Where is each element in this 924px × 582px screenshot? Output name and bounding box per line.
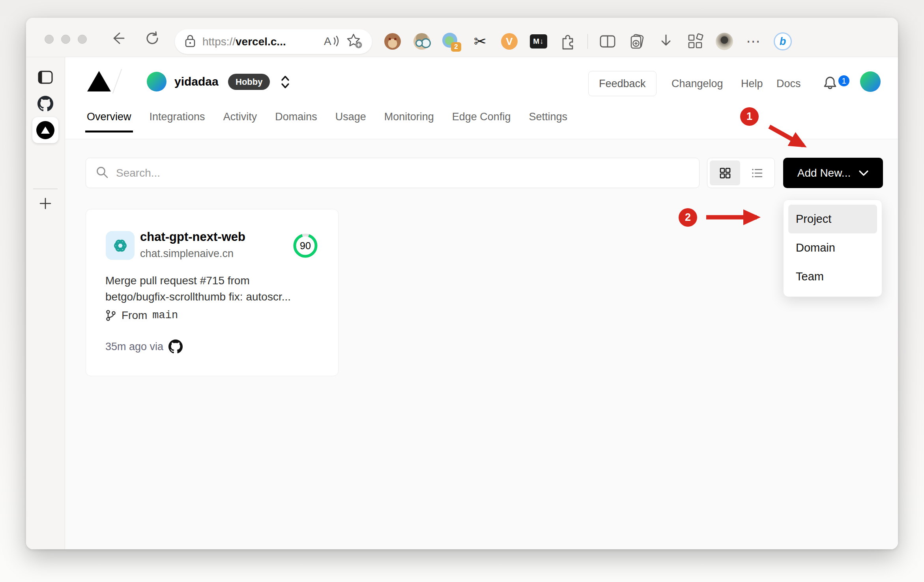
browser-sidebar [26,57,65,549]
notification-count-badge: 1 [837,74,851,88]
annotation-badge-1: 1 [740,107,759,126]
downloads-icon[interactable] [657,32,675,51]
team-switcher-icon[interactable] [279,74,292,92]
vercel-tabs: Overview Integrations Activity Domains U… [87,111,567,132]
persona-extension-icon[interactable] [412,32,431,51]
browser-window: https://vercel.c... A 2 ✂ V M↓ [26,18,898,549]
breadcrumb-slash [112,69,122,94]
vercel-favicon [36,121,54,139]
add-new-button[interactable]: Add New... [783,158,883,188]
branch-name: main [152,310,178,321]
chevron-down-icon [859,170,869,177]
commit-message: Merge pull request #715 from betgo/bugfi… [105,272,318,305]
vercel-header: yidadaa Hobby Feedback Changelog Help Do… [65,57,898,106]
add-new-dropdown: Project Domain Team [783,200,882,297]
svg-text:A: A [324,35,331,47]
close-window-button[interactable] [45,35,54,44]
address-bar[interactable]: https://vercel.c... A [175,29,372,54]
tab-overview[interactable]: Overview [87,111,131,132]
team-avatar[interactable] [147,72,166,91]
minimize-window-button[interactable] [61,35,70,44]
lock-icon [184,34,196,49]
branch-row: From main [105,309,178,322]
zoom-window-button[interactable] [78,35,87,44]
docs-link[interactable]: Docs [776,78,801,90]
plan-badge: Hobby [228,74,270,90]
dropdown-item-project[interactable]: Project [788,205,877,233]
vercel-page: yidadaa Hobby Feedback Changelog Help Do… [65,57,898,549]
tab-edge-config[interactable]: Edge Config [452,111,511,132]
branch-prefix: From [122,309,147,322]
search-input[interactable] [116,167,690,179]
tab-usage[interactable]: Usage [335,111,366,132]
add-new-label: Add New... [797,167,851,179]
project-name[interactable]: chat-gpt-next-web [140,230,245,244]
team-name: yidadaa [174,75,219,88]
copilot-icon[interactable]: b [773,32,792,51]
vercel-logo[interactable] [87,70,111,94]
search-box[interactable] [86,158,700,188]
markdown-extension-icon[interactable]: M↓ [529,32,548,51]
help-link[interactable]: Help [741,78,763,90]
tampermonkey-extension-icon[interactable] [383,32,402,51]
feedback-button[interactable]: Feedback [588,71,657,96]
apps-grid-icon[interactable] [686,32,705,51]
tab-monitoring[interactable]: Monitoring [384,111,434,132]
grid-view-button[interactable] [710,160,740,185]
tab-count-badge: 2 [451,42,461,52]
project-card[interactable]: chat-gpt-next-web chat.simplenaive.cn 90… [86,209,339,376]
toolbar-divider [587,34,588,49]
dropdown-item-team[interactable]: Team [788,262,877,291]
scissors-extension-icon[interactable]: ✂ [471,32,490,51]
vercel-tab-active[interactable] [32,117,58,143]
v-extension-icon[interactable]: V [500,32,519,51]
lighthouse-score-ring: 90 [293,233,318,258]
browser-toolbar: https://vercel.c... A 2 ✂ V M↓ [26,18,898,57]
favorite-star-icon[interactable] [346,33,363,50]
tab-domains[interactable]: Domains [275,111,317,132]
url-text: https://vercel.c... [202,35,317,48]
reload-button[interactable] [144,30,161,47]
extensions-row: 2 ✂ V M↓ [383,29,792,54]
github-tab-icon[interactable] [37,96,53,112]
sidebar-divider [33,188,58,189]
tab-panel-icon[interactable] [37,70,53,84]
search-icon [95,166,109,181]
score-value: 90 [293,233,318,258]
list-view-button[interactable] [742,160,772,185]
split-screen-icon[interactable] [598,32,617,51]
collections-icon[interactable] [627,32,646,51]
extensions-puzzle-icon[interactable] [558,32,577,51]
desktop: https://vercel.c... A 2 ✂ V M↓ [0,0,924,582]
tab-settings[interactable]: Settings [529,111,567,132]
project-domain[interactable]: chat.simplenaive.cn [140,248,234,260]
git-branch-icon [105,310,116,321]
user-avatar[interactable] [860,71,881,92]
changelog-link[interactable]: Changelog [671,78,723,90]
back-button[interactable] [109,30,126,47]
tab-manager-extension-icon[interactable]: 2 [441,32,460,51]
read-aloud-icon[interactable]: A [323,34,340,50]
vercel-content: Add New... chat-gpt-next-web chat.simple… [65,139,898,549]
view-toggle [707,158,775,188]
new-tab-button[interactable] [38,196,53,211]
github-icon [168,340,183,354]
annotation-badge-2: 2 [679,208,697,227]
tab-integrations[interactable]: Integrations [150,111,205,132]
tab-activity[interactable]: Activity [223,111,257,132]
notifications-bell-icon[interactable] [822,75,838,93]
dropdown-item-domain[interactable]: Domain [788,233,877,262]
deployment-meta: 35m ago via [105,340,183,354]
profile-avatar[interactable] [715,32,734,51]
openai-logo-icon [106,231,135,260]
more-menu-icon[interactable]: ⋯ [744,32,763,51]
